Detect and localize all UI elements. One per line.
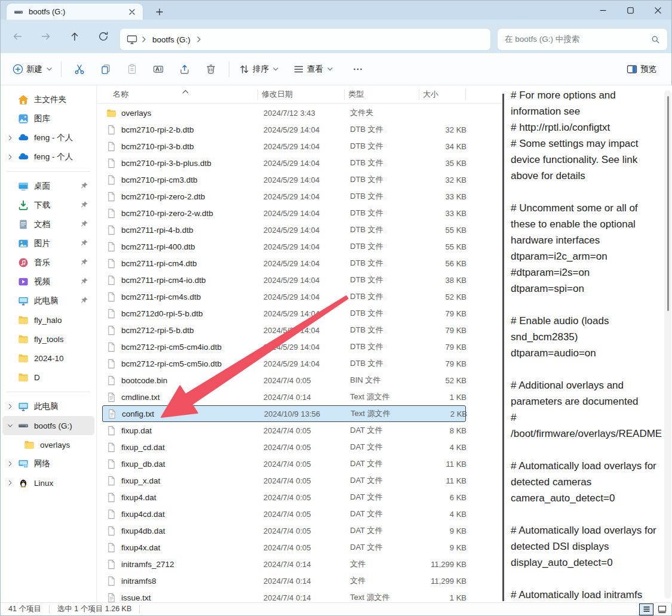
- file-row-fixup_db.dat[interactable]: fixup_db.dat2024/7/4 0:05DAT 文件11 KB: [102, 455, 466, 472]
- file-row-overlays[interactable]: overlays2024/7/12 3:43文件夹: [102, 104, 466, 121]
- view-button[interactable]: 查看: [289, 58, 337, 80]
- rename-button[interactable]: [148, 58, 168, 80]
- chevron-right-icon[interactable]: [2, 153, 18, 161]
- sidebar-item--[interactable]: 网络: [2, 454, 94, 473]
- file-row-bcm2711-rpi-400.dtb[interactable]: bcm2711-rpi-400.dtb2024/5/29 14:04DTB 文件…: [102, 238, 466, 255]
- file-date: 2024/5/29 14:04: [263, 309, 350, 318]
- preview-scrollbar[interactable]: [664, 90, 671, 599]
- file-row-bcm2711-rpi-cm4.dtb[interactable]: bcm2711-rpi-cm4.dtb2024/5/29 14:04DTB 文件…: [102, 255, 466, 272]
- file-row-fixup_cd.dat[interactable]: fixup_cd.dat2024/7/4 0:05DAT 文件4 KB: [102, 439, 466, 455]
- file-row-fixup.dat[interactable]: fixup.dat2024/7/4 0:05DAT 文件8 KB: [102, 422, 466, 439]
- file-row-bcm2712-rpi-5-b.dtb[interactable]: bcm2712-rpi-5-b.dtb2024/5/29 14:04DTB 文件…: [102, 322, 466, 338]
- column-header-date[interactable]: 修改日期: [258, 89, 345, 100]
- file-row-bcm2710-rpi-3-b.dtb[interactable]: bcm2710-rpi-3-b.dtb2024/5/29 14:04DTB 文件…: [102, 138, 466, 155]
- pin-icon: [80, 258, 90, 267]
- breadcrumb-chevron-icon[interactable]: [197, 36, 201, 42]
- file-row-bcm2712-rpi-cm5-cm5io.dtb[interactable]: bcm2712-rpi-cm5-cm5io.dtb2024/5/29 14:04…: [102, 355, 466, 372]
- column-header-size[interactable]: 大小: [419, 89, 465, 100]
- minimize-button[interactable]: [589, 1, 616, 20]
- file-size: 33 KB: [425, 192, 472, 201]
- copy-button[interactable]: [96, 58, 116, 80]
- sidebar-item--[interactable]: 视频: [2, 272, 94, 291]
- file-icon: [106, 442, 116, 452]
- preview-toggle-button[interactable]: 预览: [622, 58, 663, 80]
- file-row-bcm2710-rpi-zero-2.dtb[interactable]: bcm2710-rpi-zero-2.dtb2024/5/29 14:04DTB…: [102, 188, 466, 205]
- close-button[interactable]: [644, 1, 671, 20]
- sidebar-item--[interactable]: 主文件夹: [2, 90, 94, 109]
- tab-close-icon[interactable]: [126, 6, 138, 18]
- sidebar-item-fly_tools[interactable]: fly_tools: [2, 329, 94, 349]
- delete-icon: [205, 63, 217, 75]
- up-button[interactable]: [65, 26, 85, 47]
- sidebar-item--[interactable]: 音乐: [2, 253, 94, 272]
- file-row-initramfs_2712[interactable]: initramfs_27122024/7/4 0:14文件11,299 KB: [102, 556, 466, 572]
- file-row-bcm2712d0-rpi-5-b.dtb[interactable]: bcm2712d0-rpi-5-b.dtb2024/5/29 14:04DTB …: [102, 305, 466, 322]
- view-icon: [293, 63, 305, 75]
- sidebar-item-label: 视频: [34, 276, 80, 287]
- file-row-bcm2712-rpi-cm5-cm4io.dtb[interactable]: bcm2712-rpi-cm5-cm4io.dtb2024/5/29 14:04…: [102, 338, 466, 355]
- sidebar-item--[interactable]: 下载: [2, 196, 94, 215]
- back-button[interactable]: [7, 26, 27, 47]
- file-row-fixup4cd.dat[interactable]: fixup4cd.dat2024/7/4 0:05DAT 文件4 KB: [102, 506, 466, 522]
- details-view-toggle[interactable]: [639, 603, 653, 615]
- file-row-bcm2710-rpi-cm3.dtb[interactable]: bcm2710-rpi-cm3.dtb2024/5/29 14:04DTB 文件…: [102, 171, 466, 188]
- file-row-bcm2710-rpi-zero-2-w.dtb[interactable]: bcm2710-rpi-zero-2-w.dtb2024/5/29 14:04D…: [102, 205, 466, 221]
- maximize-button[interactable]: [616, 1, 644, 20]
- sidebar-item-linux[interactable]: Linux: [2, 473, 94, 492]
- chevron-down-icon[interactable]: [2, 422, 18, 429]
- sidebar-item--[interactable]: 图片: [2, 234, 94, 253]
- file-row-bcm2711-rpi-cm4s.dtb[interactable]: bcm2711-rpi-cm4s.dtb2024/5/29 14:04DTB 文…: [102, 288, 466, 305]
- sidebar-item--[interactable]: 此电脑: [2, 397, 94, 416]
- sidebar-item-fly_halo[interactable]: fly_halo: [2, 310, 94, 329]
- column-header-type[interactable]: 类型: [345, 89, 419, 100]
- chevron-right-icon[interactable]: [2, 403, 18, 410]
- column-header-name[interactable]: 名称: [97, 89, 258, 100]
- sidebar-item-feng---[interactable]: feng - 个人: [2, 128, 94, 147]
- chevron-right-icon[interactable]: [2, 460, 18, 467]
- file-row-config.txt[interactable]: config.txt2024/10/9 13:56Text 源文件2 KB: [102, 405, 466, 422]
- sidebar-item--[interactable]: 桌面: [2, 177, 94, 196]
- file-row-fixup4db.dat[interactable]: fixup4db.dat2024/7/4 0:05DAT 文件9 KB: [102, 522, 466, 539]
- new-button[interactable]: 新建: [8, 58, 56, 80]
- share-button[interactable]: [174, 58, 195, 80]
- forward-button[interactable]: [36, 26, 56, 47]
- chevron-right-icon[interactable]: [2, 134, 18, 141]
- sidebar-item-bootfs-g-[interactable]: bootfs (G:): [2, 416, 94, 435]
- sidebar-item--[interactable]: 文档: [2, 215, 94, 234]
- cut-button[interactable]: [69, 58, 90, 80]
- refresh-button[interactable]: [93, 26, 113, 47]
- file-row-bcm2711-rpi-4-b.dtb[interactable]: bcm2711-rpi-4-b.dtb2024/5/29 14:04DTB 文件…: [102, 221, 466, 238]
- sidebar-item-d[interactable]: D: [2, 368, 94, 387]
- sort-button[interactable]: 排序: [234, 58, 283, 80]
- file-row-fixup4.dat[interactable]: fixup4.dat2024/7/4 0:05DAT 文件6 KB: [102, 489, 466, 506]
- file-row-cmdline.txt[interactable]: cmdline.txt2024/7/4 0:14Text 源文件1 KB: [102, 389, 466, 405]
- file-row-fixup4x.dat[interactable]: fixup4x.dat2024/7/4 0:05DAT 文件9 KB: [102, 539, 466, 556]
- preview-pane-icon: [626, 63, 638, 75]
- thumbnails-view-toggle[interactable]: [655, 603, 669, 615]
- sidebar-item-2024-10[interactable]: 2024-10: [2, 349, 94, 368]
- tab-bootfs[interactable]: bootfs (G:): [7, 4, 143, 20]
- sidebar-item-feng---[interactable]: feng - 个人: [2, 147, 94, 167]
- file-row-initramfs8[interactable]: initramfs82024/7/4 0:14文件11,299 KB: [102, 572, 466, 589]
- file-row-fixup_x.dat[interactable]: fixup_x.dat2024/7/4 0:05DAT 文件11 KB: [102, 472, 466, 489]
- file-row-bcm2710-rpi-3-b-plus.dtb[interactable]: bcm2710-rpi-3-b-plus.dtb2024/5/29 14:04D…: [102, 155, 466, 171]
- column-separator[interactable]: [465, 89, 466, 100]
- breadcrumb-drive[interactable]: bootfs (G:): [152, 35, 191, 44]
- delete-button[interactable]: [201, 58, 221, 80]
- search-input[interactable]: 在 bootfs (G:) 中搜索: [498, 29, 667, 50]
- file-row-issue.txt[interactable]: issue.txt2024/7/4 0:14Text 源文件1 KB: [102, 589, 466, 603]
- sidebar-item--[interactable]: 此电脑: [2, 291, 94, 310]
- address-bar[interactable]: bootfs (G:): [120, 29, 490, 50]
- sidebar-item-overlays[interactable]: overlays: [2, 435, 94, 454]
- sidebar-item--[interactable]: 图库: [2, 109, 94, 128]
- preview-pane-splitter[interactable]: [502, 94, 504, 601]
- chevron-right-icon[interactable]: [2, 479, 18, 486]
- file-row-bcm2710-rpi-2-b.dtb[interactable]: bcm2710-rpi-2-b.dtb2024/5/29 14:04DTB 文件…: [102, 121, 466, 138]
- new-tab-button[interactable]: [152, 5, 167, 19]
- file-size: 8 KB: [425, 426, 472, 435]
- file-row-bootcode.bin[interactable]: bootcode.bin2024/7/4 0:05BIN 文件52 KB: [102, 372, 466, 389]
- file-row-bcm2711-rpi-cm4-io.dtb[interactable]: bcm2711-rpi-cm4-io.dtb2024/5/29 14:04DTB…: [102, 272, 466, 288]
- preview-scrollbar-thumb[interactable]: [667, 96, 669, 311]
- paste-button[interactable]: [122, 58, 142, 80]
- more-options-button[interactable]: [348, 58, 368, 80]
